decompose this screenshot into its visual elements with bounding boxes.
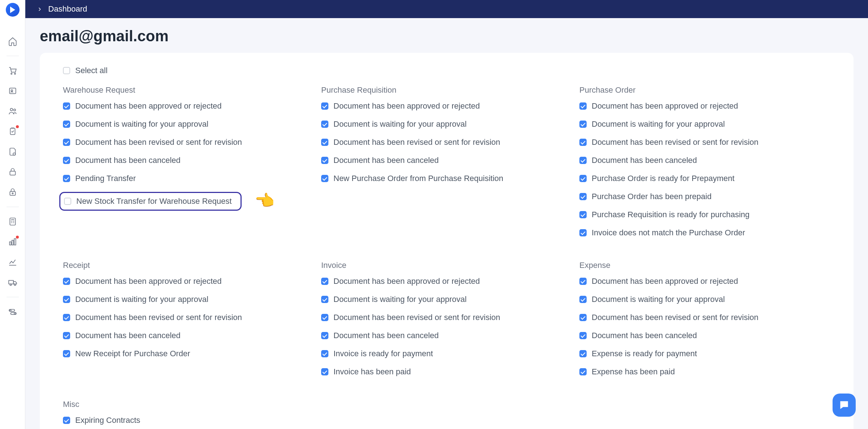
notification-checkbox[interactable]	[579, 193, 587, 200]
select-all-label: Select all	[75, 66, 107, 75]
app-logo[interactable]	[6, 3, 20, 17]
notification-label: Document has been canceled	[333, 156, 439, 165]
notification-label: Document has been approved or rejected	[75, 101, 222, 111]
home-icon[interactable]	[7, 36, 18, 47]
calc-icon[interactable]	[7, 216, 18, 227]
notification-checkbox[interactable]	[321, 102, 328, 110]
lock-icon[interactable]	[7, 167, 18, 177]
notification-checkbox[interactable]	[63, 278, 70, 285]
group-expense: ExpenseDocument has been approved or rej…	[579, 261, 830, 385]
notification-row: Purchase Requisition is ready for purcha…	[579, 210, 830, 219]
notification-checkbox[interactable]	[63, 139, 70, 146]
main: email@gmail.com Select all Warehouse Req…	[25, 18, 868, 429]
notification-checkbox[interactable]	[321, 314, 328, 321]
breadcrumb[interactable]: Dashboard	[48, 4, 87, 14]
toggle-icon[interactable]	[7, 306, 18, 317]
chevron-right-icon[interactable]: ›	[38, 4, 41, 14]
notification-checkbox[interactable]	[579, 350, 587, 357]
svg-point-0	[11, 73, 12, 74]
notification-label: Purchase Order has been prepaid	[592, 192, 711, 201]
notification-checkbox[interactable]	[321, 121, 328, 128]
notification-row: Document has been approved or rejected	[63, 277, 314, 286]
notification-checkbox[interactable]	[63, 417, 70, 424]
svg-point-1	[14, 73, 15, 74]
chart-line-icon[interactable]	[7, 257, 18, 268]
notification-checkbox[interactable]	[579, 332, 587, 339]
notification-row: Document has been revised or sent for re…	[321, 313, 572, 322]
users-icon[interactable]	[7, 106, 18, 117]
notification-checkbox[interactable]	[579, 211, 587, 218]
notification-row: Document has been revised or sent for re…	[579, 313, 830, 322]
sidebar-divider	[7, 56, 19, 56]
notification-checkbox[interactable]	[63, 157, 70, 164]
svg-rect-14	[14, 239, 16, 245]
svg-point-16	[10, 284, 11, 285]
notification-checkbox[interactable]	[579, 229, 587, 236]
topbar: › Dashboard	[25, 0, 868, 18]
notification-checkbox[interactable]	[321, 350, 328, 357]
notification-row: Document has been approved or rejected	[579, 277, 830, 286]
notification-checkbox[interactable]	[321, 368, 328, 375]
notification-checkbox[interactable]	[63, 121, 70, 128]
group-title: Expense	[579, 261, 830, 270]
select-all-checkbox[interactable]	[63, 67, 70, 74]
notification-row: Document is waiting for your approval	[63, 119, 314, 129]
svg-rect-23	[842, 405, 845, 405]
notification-checkbox[interactable]	[64, 198, 71, 205]
notification-row: Document has been approved or rejected	[579, 101, 830, 111]
lock2-icon[interactable]	[7, 187, 18, 198]
notification-label: Document has been revised or sent for re…	[592, 138, 758, 147]
notification-label: Expiring Contracts	[75, 416, 140, 425]
svg-rect-11	[10, 218, 15, 225]
notification-label: New Receipt for Purchase Order	[75, 349, 190, 358]
group-title: Warehouse Request	[63, 85, 314, 95]
notification-checkbox[interactable]	[579, 121, 587, 128]
notification-label: Document is waiting for your approval	[75, 119, 208, 129]
chart-bar-icon[interactable]	[7, 236, 18, 247]
notification-checkbox[interactable]	[579, 139, 587, 146]
notification-label: Pending Transfer	[75, 174, 136, 183]
notification-checkbox[interactable]	[579, 368, 587, 375]
notification-checkbox[interactable]	[579, 175, 587, 182]
notification-label: Invoice does not match the Purchase Orde…	[592, 228, 745, 237]
clipboard-icon[interactable]	[7, 126, 18, 137]
notification-checkbox[interactable]	[321, 139, 328, 146]
svg-rect-22	[842, 403, 846, 404]
notification-checkbox[interactable]	[579, 314, 587, 321]
notification-checkbox[interactable]	[63, 102, 70, 110]
notification-checkbox[interactable]	[321, 157, 328, 164]
notification-checkbox[interactable]	[321, 296, 328, 303]
notification-label: New Purchase Order from Purchase Requisi…	[333, 174, 503, 183]
notification-row: New Purchase Order from Purchase Requisi…	[321, 174, 572, 183]
notification-checkbox[interactable]	[579, 102, 587, 110]
notification-checkbox[interactable]	[579, 157, 587, 164]
notification-checkbox[interactable]	[321, 175, 328, 182]
notification-checkbox[interactable]	[321, 332, 328, 339]
notification-checkbox[interactable]	[579, 278, 587, 285]
notification-checkbox[interactable]	[63, 314, 70, 321]
notification-label: Invoice is ready for payment	[333, 349, 433, 358]
notification-checkbox[interactable]	[63, 332, 70, 339]
notification-checkbox[interactable]	[63, 175, 70, 182]
notification-checkbox[interactable]	[63, 350, 70, 357]
chat-fab[interactable]	[833, 394, 856, 417]
notification-label: Document has been approved or rejected	[333, 101, 480, 111]
notification-label: Document has been canceled	[75, 331, 180, 340]
file-check-icon[interactable]	[7, 146, 18, 157]
settings-card: Select all Warehouse RequestDocument has…	[40, 53, 854, 429]
notification-row: Document has been approved or rejected	[321, 277, 572, 286]
notification-checkbox[interactable]	[321, 278, 328, 285]
notification-row: Document has been revised or sent for re…	[321, 138, 572, 147]
notification-label: Purchase Order is ready for Prepayment	[592, 174, 735, 183]
notification-row: Document has been canceled	[321, 331, 572, 340]
notification-checkbox[interactable]	[63, 296, 70, 303]
notification-checkbox[interactable]	[579, 296, 587, 303]
cart-icon[interactable]	[7, 65, 18, 76]
contact-icon[interactable]	[7, 85, 18, 96]
notification-row: Document is waiting for your approval	[579, 119, 830, 129]
truck-icon[interactable]	[7, 277, 18, 288]
notification-row: Document is waiting for your approval	[321, 295, 572, 304]
svg-point-3	[11, 90, 12, 91]
notification-row: Document has been revised or sent for re…	[579, 138, 830, 147]
notification-label: Expense has been paid	[592, 367, 675, 377]
